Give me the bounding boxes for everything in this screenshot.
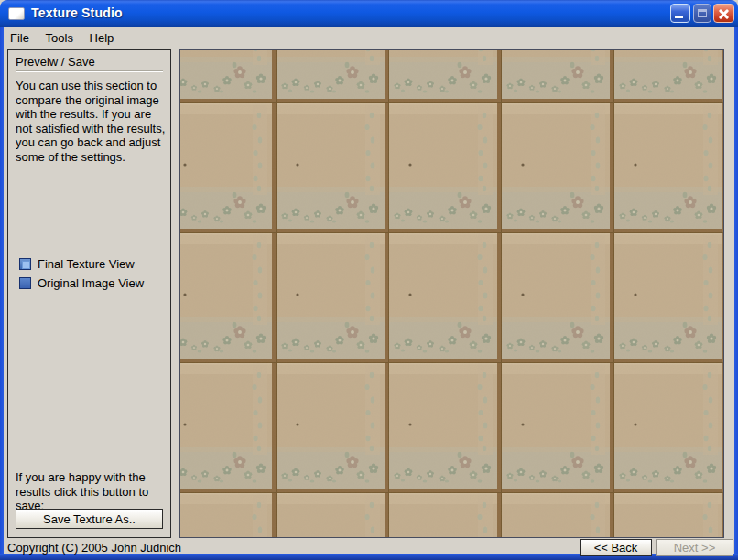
option-final-texture-view[interactable]: Final Texture View (19, 254, 144, 274)
next-button-disabled: Next >> (656, 539, 733, 556)
panel-description: You can use this section to compare the … (16, 79, 166, 164)
save-hint-text: If you are happy with the results click … (16, 470, 169, 513)
menubar: File Tools Help (4, 28, 734, 48)
copyright-text: Copyright (C) 2005 John Judnich (7, 541, 181, 555)
maximize-icon (698, 9, 707, 17)
window-border-right (734, 27, 738, 560)
panel-title: Preveiw / Save (16, 55, 95, 69)
window-title: Texture Studio (31, 5, 123, 20)
app-window-icon (8, 7, 25, 20)
statusbar: Copyright (C) 2005 John Judnich << Back … (4, 538, 734, 555)
sidebar-panel: Preveiw / Save You can use this section … (7, 49, 171, 538)
back-button[interactable]: << Back (580, 539, 652, 556)
maximize-button-disabled (693, 4, 711, 23)
menu-help[interactable]: Help (83, 28, 121, 48)
texture-preview (179, 49, 724, 538)
panel-divider (16, 70, 163, 72)
app-window: Texture Studio File Tools Help Preveiw /… (0, 0, 738, 560)
close-button[interactable] (713, 4, 734, 23)
view-options: Final Texture View Original Image View (19, 254, 144, 293)
radio-selected-icon[interactable] (19, 258, 31, 270)
minimize-button[interactable] (670, 4, 690, 23)
tiled-texture-image (180, 50, 723, 537)
menu-file[interactable]: File (4, 28, 36, 48)
minimize-icon (675, 16, 683, 18)
option-original-image-view[interactable]: Original Image View (19, 274, 144, 293)
radio-unselected-icon[interactable] (19, 277, 31, 289)
titlebar[interactable]: Texture Studio (0, 0, 738, 27)
window-border-left (0, 27, 4, 560)
menu-tools[interactable]: Tools (39, 28, 80, 48)
save-texture-as-button[interactable]: Save Texture As.. (16, 509, 163, 529)
